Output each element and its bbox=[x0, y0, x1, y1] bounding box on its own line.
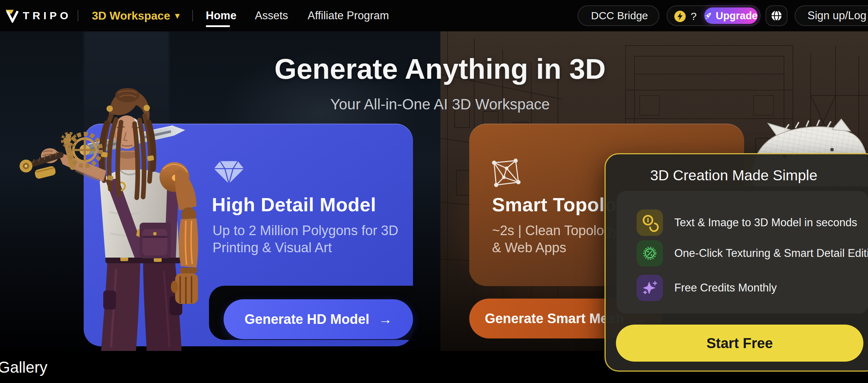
dcc-bridge-button[interactable]: DCC Bridge bbox=[577, 5, 659, 26]
start-free-button[interactable]: Start Free bbox=[616, 325, 863, 362]
globe-icon bbox=[770, 10, 783, 22]
signup-login-button[interactable]: Sign up/Log in bbox=[795, 5, 868, 26]
active-tab-underline bbox=[206, 25, 230, 27]
nav-divider bbox=[78, 10, 78, 21]
card-body: Up to 2 Million Polygons for 3D Printing… bbox=[213, 222, 398, 256]
mesh-icon bbox=[491, 158, 521, 188]
nav-link-assets[interactable]: Assets bbox=[255, 0, 288, 31]
promo-item-label: One-Click Texturing & Smart Detail Editi… bbox=[674, 247, 868, 260]
list-item: Free Credits Monthly bbox=[637, 275, 864, 301]
arrow-right-icon: → bbox=[378, 312, 392, 327]
promo-item-label: Free Credits Monthly bbox=[674, 281, 777, 294]
brand-title[interactable]: TRIPO bbox=[23, 0, 72, 31]
upgrade-button[interactable]: Upgrade bbox=[704, 7, 758, 24]
credits-group: ? Upgrade bbox=[666, 5, 760, 26]
promo-title: 3D Creation Made Simple bbox=[606, 167, 862, 184]
promo-card: 3D Creation Made Simple Text & Image to … bbox=[605, 153, 868, 372]
sparkles-icon bbox=[637, 275, 663, 301]
credit-coin-icon[interactable] bbox=[673, 9, 687, 24]
help-button[interactable]: ? bbox=[691, 10, 697, 22]
rocket-icon bbox=[704, 11, 712, 21]
chevron-down-icon: ▾ bbox=[175, 11, 179, 21]
tripo-homepage: TRIPO 3D Workspace ▾ Home Assets Affilia… bbox=[0, 0, 868, 383]
coins-icon bbox=[637, 209, 663, 236]
card-body: ~2s | Clean Topology & Web Apps bbox=[492, 222, 618, 256]
nav-link-affiliate-program[interactable]: Affiliate Program bbox=[308, 0, 389, 31]
promo-item-label: Text & Image to 3D Model in seconds bbox=[674, 216, 857, 229]
nav-workspace-menu[interactable]: 3D Workspace ▾ bbox=[92, 0, 179, 31]
language-button[interactable] bbox=[765, 5, 788, 26]
hero-character-image bbox=[14, 62, 235, 351]
nav-divider bbox=[192, 10, 193, 21]
promo-feature-panel: Text & Image to 3D Model in seconds One-… bbox=[617, 191, 868, 314]
generate-hd-button[interactable]: Generate HD Model → bbox=[224, 299, 413, 339]
nav-bar: TRIPO 3D Workspace ▾ Home Assets Affilia… bbox=[0, 0, 868, 31]
tripo-logo-icon[interactable] bbox=[5, 0, 20, 31]
list-item: One-Click Texturing & Smart Detail Editi… bbox=[637, 240, 864, 266]
gallery-heading: Gallery bbox=[0, 358, 47, 376]
card-heading: High Detail Model bbox=[212, 193, 376, 216]
list-item: Text & Image to 3D Model in seconds bbox=[637, 209, 864, 236]
percent-badge-icon bbox=[637, 240, 663, 266]
